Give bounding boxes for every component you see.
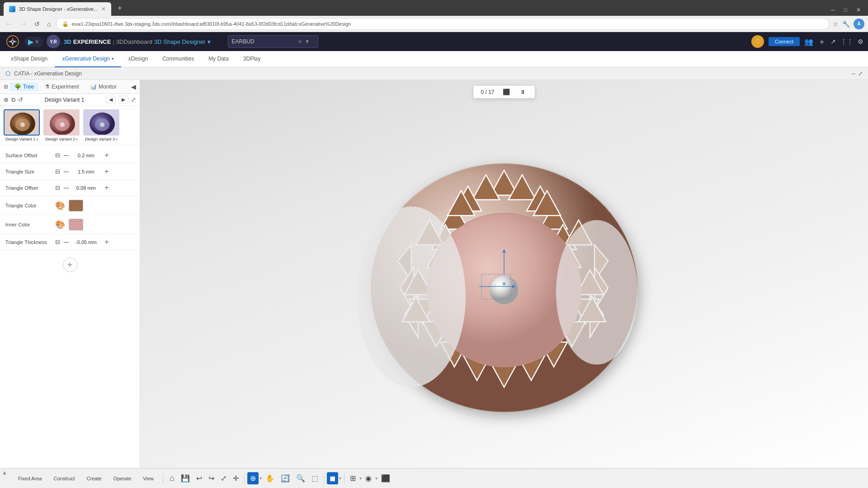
settings-icon[interactable]: ⚙: [858, 38, 863, 45]
minimize-icon[interactable]: ─: [827, 6, 839, 14]
start-app-btn[interactable]: Connect: [769, 37, 800, 46]
tool-save[interactable]: 💾: [178, 472, 193, 484]
nav-item-3dplay[interactable]: 3DPlay: [236, 51, 268, 67]
variant-thumb-1[interactable]: [4, 109, 40, 136]
profile-icon[interactable]: A: [854, 19, 864, 29]
minus-btn-triangle-offset[interactable]: ─: [63, 184, 70, 192]
variant-item-3[interactable]: Design Variant 3 ▾: [83, 109, 119, 141]
nav-item-mydata[interactable]: My Data: [201, 51, 236, 67]
share-icon[interactable]: ↗: [830, 38, 836, 45]
minimize-panel-btn[interactable]: ─: [851, 70, 855, 77]
new-tab-btn[interactable]: +: [113, 2, 126, 16]
bottom-tab-fixed-area[interactable]: Fixed Area: [13, 474, 47, 483]
active-tab[interactable]: 3D Shape Designer - xGenerative... ✕: [4, 2, 111, 16]
tab-experiment[interactable]: ⚗ Experiment: [40, 82, 84, 91]
variant-prev-btn[interactable]: ◀: [106, 96, 116, 103]
variant-item-2[interactable]: Design Variant 2 ▾: [43, 109, 80, 141]
tab-monitor[interactable]: 📊 Monitor: [85, 82, 121, 91]
plus-btn-surface-offset[interactable]: ＋: [102, 150, 111, 160]
tool-measure-dropdown[interactable]: ▾: [359, 476, 362, 481]
search-filter-icon[interactable]: ▼: [305, 38, 310, 45]
bookmark-icon[interactable]: ☆: [833, 20, 839, 28]
nav-item-xshape[interactable]: xShape Design: [4, 51, 55, 67]
variant-thumb-2[interactable]: [43, 109, 80, 136]
add-icon[interactable]: ＋: [818, 36, 826, 47]
add-param-btn[interactable]: +: [63, 258, 77, 272]
maximize-icon[interactable]: □: [840, 6, 851, 14]
close-icon[interactable]: ✕: [853, 6, 864, 14]
bottom-tab-operate[interactable]: Operate: [108, 474, 137, 483]
bottom-chevron-up[interactable]: ▲: [0, 469, 9, 476]
forward-btn[interactable]: →: [18, 19, 29, 29]
tab-tree[interactable]: 🌳 Tree: [10, 82, 38, 91]
extensions-icon[interactable]: 🔧: [842, 20, 850, 28]
tool-redo[interactable]: ↪: [206, 472, 217, 484]
tool-pan[interactable]: ✋: [263, 472, 277, 484]
browser-tabs: 3D Shape Designer - xGenerative... ✕ +: [4, 0, 127, 16]
header-search[interactable]: ✕ ▼: [228, 35, 318, 48]
wishlist-icon[interactable]: ♡: [751, 35, 764, 48]
minus-btn-surface-offset[interactable]: ─: [63, 151, 70, 160]
variants-toolbar: ⊕ ⧉ ↺ Design Variant 1 ◀ ▶ ⤢: [0, 94, 140, 106]
tool-measure[interactable]: ⊞: [347, 472, 359, 484]
refresh-btn[interactable]: ↺: [33, 19, 42, 28]
color-wheel-icon-triangle[interactable]: 🎨: [55, 201, 65, 211]
tool-rotate[interactable]: 🔄: [278, 472, 292, 484]
minus-btn-triangle-size[interactable]: ─: [63, 168, 70, 176]
tool-select-dropdown[interactable]: ▾: [259, 476, 262, 481]
tool-3dbox[interactable]: ⬛: [378, 472, 393, 484]
app-brand: 3D EXPERIENCE | 3DDashboard 3D Shape Des…: [64, 38, 211, 45]
param-row-triangle-thickness: Triangle Thickness ⊟ ─ -0.05 mm ＋: [0, 234, 140, 250]
tool-zoom[interactable]: 🔍: [293, 472, 308, 484]
play-icon[interactable]: ▶: [28, 38, 33, 46]
collab-icon[interactable]: 👥: [804, 38, 813, 46]
variant-add-btn[interactable]: ⊕: [4, 96, 9, 103]
nav-item-xgenerative[interactable]: xGenerative Design ▾: [55, 51, 121, 67]
tool-analysis-dropdown[interactable]: ▾: [375, 476, 377, 481]
tab-close-icon[interactable]: ✕: [101, 6, 106, 12]
tool-solid-dropdown[interactable]: ▾: [339, 476, 341, 481]
tool-undo[interactable]: ↩: [193, 472, 205, 484]
tool-analysis[interactable]: ◉: [363, 472, 374, 484]
plus-btn-triangle-size[interactable]: ＋: [102, 167, 111, 176]
url-bar[interactable]: 🔒 euw1-23qna10601-ifwe.3dx-staging.3ds.c…: [56, 18, 829, 30]
brand-dropdown-icon[interactable]: ▾: [208, 38, 211, 45]
back-btn[interactable]: ←: [4, 19, 14, 29]
tab-favicon: [9, 6, 15, 12]
plus-btn-triangle-thickness[interactable]: ＋: [102, 237, 111, 247]
nav-item-xdesign[interactable]: xDesign: [121, 51, 155, 67]
color-wheel-icon-inner[interactable]: 🎨: [55, 220, 65, 230]
minus-btn-triangle-thickness[interactable]: ─: [63, 238, 70, 246]
variant-clone-btn[interactable]: ⧉: [11, 96, 15, 103]
pause-icon[interactable]: ⏸: [34, 39, 39, 44]
playback-stop-btn[interactable]: ⬛: [501, 88, 512, 96]
bottom-tab-create[interactable]: Create: [81, 474, 107, 483]
maximize-panel-btn[interactable]: ⤢: [858, 70, 863, 77]
variant-thumb-3[interactable]: [83, 109, 119, 136]
bottom-tab-construct[interactable]: Construct: [48, 474, 80, 483]
variant-expand-btn[interactable]: ⤢: [131, 96, 136, 103]
variant-undo-btn[interactable]: ↺: [18, 96, 23, 103]
variant-label-2: Design Variant 2 ▾: [45, 137, 78, 141]
home-browser-btn[interactable]: ⌂: [45, 19, 52, 28]
tool-solid[interactable]: ◼: [327, 472, 338, 484]
triangle-color-swatch[interactable]: [69, 200, 83, 211]
search-clear-icon[interactable]: ✕: [298, 39, 302, 45]
nav-item-communities[interactable]: Communities: [155, 51, 201, 67]
viewport[interactable]: 0 / 17 ⬛ ⏸: [140, 80, 868, 468]
variant-next-btn[interactable]: ▶: [118, 96, 128, 103]
tool-snap[interactable]: ✛: [230, 472, 241, 484]
search-input[interactable]: [232, 38, 295, 45]
variant-item-1[interactable]: Design Variant 1 ▾: [4, 109, 40, 141]
tool-fit[interactable]: ⬚: [309, 472, 321, 484]
bottom-tab-view[interactable]: View: [137, 474, 159, 483]
inner-color-swatch[interactable]: [69, 219, 83, 230]
tool-select[interactable]: ⊕: [247, 472, 259, 484]
compass-logo[interactable]: [5, 33, 21, 50]
tool-link[interactable]: ⤢: [218, 472, 229, 484]
tool-home[interactable]: ⌂: [167, 472, 177, 485]
plus-btn-triangle-offset[interactable]: ＋: [102, 183, 111, 192]
more-icon[interactable]: ⋮⋮: [840, 38, 853, 45]
playback-pause-btn[interactable]: ⏸: [518, 88, 528, 96]
collapse-panel-btn[interactable]: ◀: [131, 83, 136, 90]
